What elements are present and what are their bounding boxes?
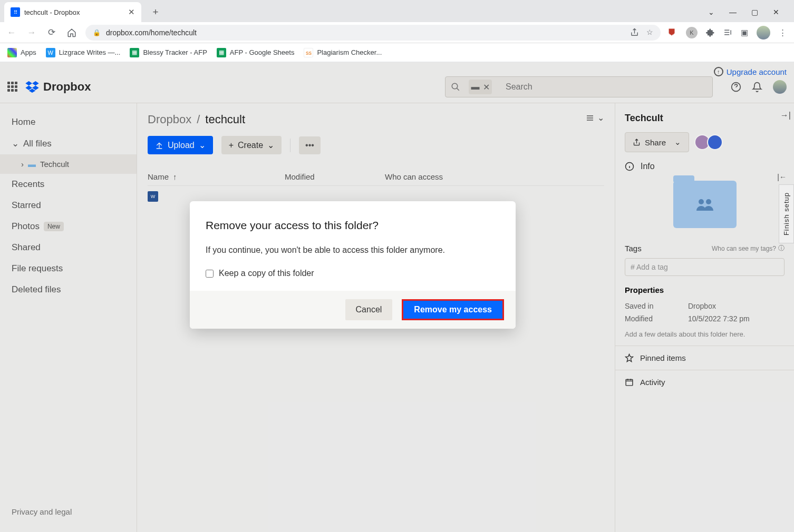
maximize-icon[interactable]: ▢ bbox=[751, 8, 758, 16]
extensions-icon[interactable] bbox=[706, 28, 715, 37]
bookmark-plagiarism[interactable]: ss Plagiarism Checker... bbox=[304, 48, 382, 57]
bookmark-star-icon[interactable]: ☆ bbox=[646, 28, 653, 37]
reading-list-icon[interactable] bbox=[723, 28, 732, 37]
view-toggle[interactable]: ⌄ bbox=[586, 113, 604, 123]
expand-panel-icon[interactable]: |← bbox=[777, 173, 787, 181]
sidebar-item-filerequests[interactable]: File requests bbox=[0, 258, 137, 279]
sheets-icon: ▦ bbox=[130, 48, 139, 57]
share-button[interactable]: Share ⌄ bbox=[625, 132, 689, 152]
search-bar[interactable]: ▬ ✕ bbox=[445, 76, 713, 97]
dropbox-logo[interactable]: Dropbox bbox=[25, 80, 91, 94]
people-icon bbox=[695, 198, 714, 211]
new-badge: New bbox=[44, 222, 64, 231]
browser-tab[interactable]: ⠿ techcult - Dropbox ✕ bbox=[4, 2, 141, 22]
more-actions-button[interactable]: ••• bbox=[299, 136, 321, 154]
breadcrumb-root[interactable]: Dropbox bbox=[148, 113, 191, 126]
sidebar-item-recents[interactable]: Recents bbox=[0, 174, 137, 195]
tags-help-link[interactable]: Who can see my tags?ⓘ bbox=[712, 244, 785, 253]
modal-text: If you continue, you won't be able to ac… bbox=[206, 244, 500, 256]
search-icon bbox=[451, 82, 460, 92]
sidebar-item-home[interactable]: Home bbox=[0, 112, 137, 133]
upgrade-account-link[interactable]: ↑ Upgrade account bbox=[714, 67, 787, 76]
cancel-button[interactable]: Cancel bbox=[345, 299, 393, 320]
notifications-icon[interactable] bbox=[752, 82, 762, 92]
dropbox-favicon: ⠿ bbox=[11, 7, 20, 17]
pinned-items-section[interactable]: Pinned items bbox=[615, 346, 794, 370]
activity-section[interactable]: Activity bbox=[615, 370, 794, 394]
chrome-menu-icon[interactable]: ⋮ bbox=[779, 28, 787, 37]
close-window-icon[interactable]: ✕ bbox=[773, 8, 779, 16]
remove-access-modal: Remove your access to this folder? If yo… bbox=[190, 201, 516, 329]
wordpress-icon: W bbox=[46, 48, 55, 57]
details-placeholder[interactable]: Add a few details about this folder here… bbox=[625, 330, 785, 338]
sidebar: Home ⌄All files ›▬Techcult Recents Starr… bbox=[0, 103, 137, 532]
property-row: Saved inDropbox bbox=[625, 300, 785, 312]
close-tab-icon[interactable]: ✕ bbox=[128, 7, 135, 17]
tags-label: Tags bbox=[625, 244, 642, 253]
column-access[interactable]: Who can access bbox=[385, 172, 604, 181]
bookmark-afp[interactable]: ▦ AFP - Google Sheets bbox=[217, 48, 295, 57]
collapse-panel-icon[interactable]: →| bbox=[780, 111, 791, 120]
folder-icon: ▬ bbox=[28, 160, 36, 169]
mcafee-icon[interactable]: ⛊ bbox=[668, 28, 677, 37]
apps-grid-icon bbox=[7, 48, 17, 57]
details-panel: →| Techcult Share ⌄ Info bbox=[615, 103, 794, 532]
address-bar[interactable]: 🔒 dropbox.com/home/techcult ☆ bbox=[85, 25, 661, 41]
keep-copy-checkbox[interactable]: Keep a copy of this folder bbox=[206, 269, 500, 278]
property-row: Modified10/5/2022 7:32 pm bbox=[625, 312, 785, 325]
side-panel-icon[interactable]: ▣ bbox=[741, 28, 748, 37]
close-chip-icon[interactable]: ✕ bbox=[483, 82, 490, 92]
share-page-icon[interactable] bbox=[630, 28, 639, 37]
upgrade-icon: ↑ bbox=[714, 67, 723, 76]
chevron-down-icon: ⌄ bbox=[674, 137, 681, 147]
sidebar-item-allfiles[interactable]: ⌄All files bbox=[0, 133, 137, 154]
user-photo-chrome[interactable] bbox=[757, 26, 770, 40]
sst-icon: ss bbox=[304, 48, 313, 57]
create-button[interactable]: + Create ⌄ bbox=[221, 136, 282, 154]
shared-avatars[interactable] bbox=[694, 134, 723, 150]
search-filter-chip[interactable]: ▬ ✕ bbox=[469, 80, 492, 94]
svg-rect-5 bbox=[626, 380, 633, 386]
column-name[interactable]: Name↑ bbox=[148, 172, 264, 181]
upload-button[interactable]: Upload ⌄ bbox=[148, 136, 213, 154]
chevron-down-icon: ⌄ bbox=[199, 140, 206, 150]
checkbox-input[interactable] bbox=[206, 270, 214, 278]
apps-launcher-icon[interactable] bbox=[7, 82, 18, 92]
bookmark-apps[interactable]: Apps bbox=[7, 48, 36, 57]
chevron-right-icon: › bbox=[21, 160, 24, 169]
chevron-down-icon: ⌄ bbox=[12, 138, 19, 149]
column-modified[interactable]: Modified bbox=[285, 172, 364, 181]
sidebar-item-deleted[interactable]: Deleted files bbox=[0, 279, 137, 300]
chevron-down-icon: ⌄ bbox=[597, 113, 604, 123]
bookmark-blessy[interactable]: ▦ Blessy Tracker - AFP bbox=[130, 48, 207, 57]
bookmark-lizgrace[interactable]: W Lizgrace Writes —... bbox=[46, 48, 121, 57]
sidebar-item-techcult[interactable]: ›▬Techcult bbox=[0, 154, 137, 174]
forward-button[interactable]: → bbox=[25, 26, 38, 39]
reload-button[interactable]: ⟳ bbox=[45, 26, 58, 39]
profile-avatar-chrome[interactable]: K bbox=[686, 27, 698, 38]
finish-setup-tab[interactable]: Finish setup bbox=[779, 184, 794, 243]
home-button[interactable] bbox=[65, 26, 78, 39]
remove-my-access-button[interactable]: Remove my access bbox=[402, 299, 504, 320]
new-tab-button[interactable]: + bbox=[148, 4, 163, 20]
info-section[interactable]: Info bbox=[625, 162, 785, 171]
svg-point-3 bbox=[699, 199, 704, 204]
sidebar-item-shared[interactable]: Shared bbox=[0, 237, 137, 258]
properties-label: Properties bbox=[625, 285, 785, 294]
breadcrumb-current: techcult bbox=[205, 113, 245, 126]
user-avatar[interactable] bbox=[773, 80, 787, 94]
sidebar-item-photos[interactable]: PhotosNew bbox=[0, 216, 137, 237]
sort-up-icon: ↑ bbox=[173, 172, 177, 181]
help-icon[interactable] bbox=[731, 82, 741, 92]
chevron-down-icon[interactable]: ⌄ bbox=[708, 8, 714, 16]
help-icon: ⓘ bbox=[778, 244, 785, 253]
modal-title: Remove your access to this folder? bbox=[206, 219, 500, 232]
url-text: dropbox.com/home/techcult bbox=[106, 28, 197, 37]
minimize-icon[interactable]: ― bbox=[729, 8, 737, 16]
search-input[interactable] bbox=[497, 82, 707, 92]
sidebar-footer[interactable]: Privacy and legal bbox=[0, 500, 137, 524]
dropbox-mark-icon bbox=[25, 81, 39, 93]
sidebar-item-starred[interactable]: Starred bbox=[0, 195, 137, 216]
tag-input[interactable]: # Add a tag bbox=[625, 258, 785, 276]
back-button[interactable]: ← bbox=[5, 26, 18, 39]
